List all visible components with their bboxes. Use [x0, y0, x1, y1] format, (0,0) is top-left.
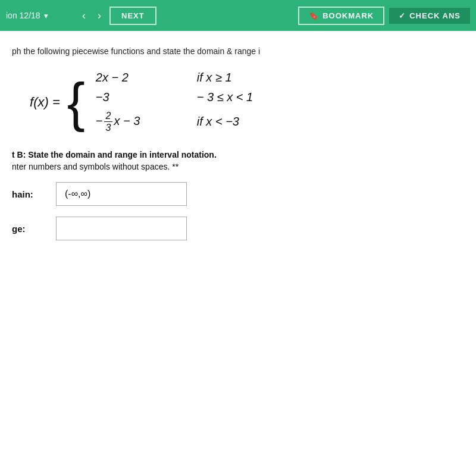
question-instruction: ph the following piecewise functions and… — [12, 45, 464, 58]
check-label: CHECK ANS — [409, 11, 461, 20]
prev-button[interactable]: ‹ — [76, 6, 92, 26]
range-label: ge: — [12, 224, 48, 234]
part-b-section: t B: State the domain and range in inter… — [12, 150, 464, 240]
domain-input[interactable] — [56, 182, 187, 206]
case-row-3: −23x − 3 if x < −3 — [96, 110, 253, 133]
cases-table: 2x − 2 if x ≥ 1 −3 − 3 ≤ x < 1 — [96, 71, 253, 133]
domain-label: hain: — [12, 189, 48, 199]
chevron-down-icon[interactable]: ▾ — [44, 11, 48, 20]
domain-row: hain: — [12, 182, 464, 206]
function-label: f(x) = — [30, 95, 60, 110]
part-b-note: nter numbers and symbols without spaces.… — [12, 162, 464, 171]
case-row-2: −3 − 3 ≤ x < 1 — [96, 90, 253, 104]
function-display: f(x) = { 2x − 2 if x ≥ 1 −3 — [30, 71, 464, 133]
bookmark-icon: 🔖 — [309, 11, 319, 20]
next-button[interactable]: NEXT — [109, 7, 156, 25]
bookmark-label: BOOKMARK — [322, 11, 374, 20]
case-cond-3: if x < −3 — [197, 115, 239, 129]
question-label: ion 12/18 — [6, 11, 40, 20]
check-icon: ✓ — [399, 11, 406, 20]
bookmark-button[interactable]: 🔖 BOOKMARK — [298, 7, 384, 25]
case-cond-1: if x ≥ 1 — [197, 71, 232, 84]
case-expr-3: −23x − 3 — [96, 110, 161, 133]
next-arrow-button[interactable]: › — [92, 6, 107, 26]
range-input[interactable] — [56, 217, 187, 240]
question-counter: ion 12/18 ▾ — [6, 11, 71, 20]
main-content: ph the following piecewise functions and… — [0, 31, 476, 263]
part-b-title: t B: State the domain and range in inter… — [12, 150, 464, 159]
brace-container: { 2x − 2 if x ≥ 1 −3 − 3 ≤ x < 1 — [67, 71, 253, 133]
toolbar: ion 12/18 ▾ ‹ › NEXT 🔖 BOOKMARK ✓ CHECK … — [0, 0, 476, 31]
case-cond-2: − 3 ≤ x < 1 — [197, 90, 253, 104]
check-answer-button[interactable]: ✓ CHECK ANS — [389, 8, 470, 24]
case-expr-1: 2x − 2 — [96, 71, 161, 84]
left-brace: { — [67, 76, 85, 129]
case-row-1: 2x − 2 if x ≥ 1 — [96, 71, 253, 84]
case-expr-2: −3 — [96, 90, 161, 104]
nav-controls: ‹ › NEXT — [76, 6, 156, 26]
range-row: ge: — [12, 217, 464, 240]
